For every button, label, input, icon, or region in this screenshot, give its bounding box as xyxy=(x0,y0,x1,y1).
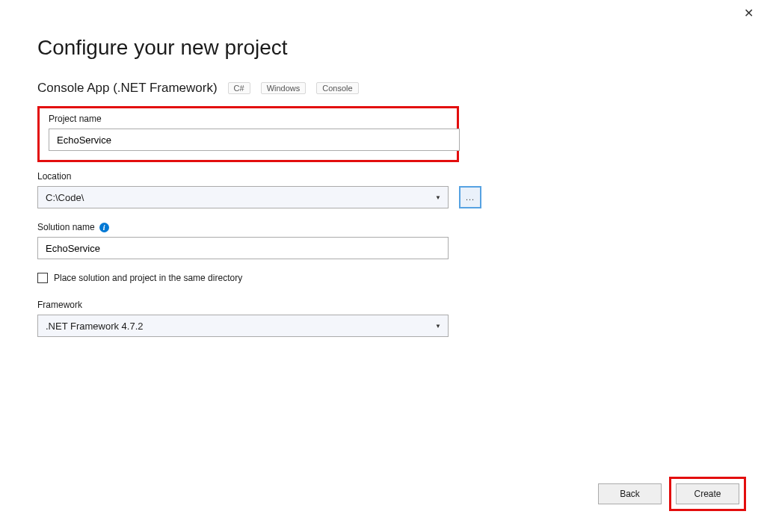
chevron-down-icon: ▼ xyxy=(435,194,446,201)
project-name-highlight: Project name xyxy=(37,106,459,162)
close-icon[interactable]: ✕ xyxy=(744,7,754,19)
create-highlight: Create xyxy=(669,477,746,511)
framework-value: .NET Framework 4.7.2 xyxy=(46,321,144,332)
same-directory-label: Place solution and project in the same d… xyxy=(54,273,242,283)
tag-app-type: Console xyxy=(316,82,358,94)
create-button[interactable]: Create xyxy=(676,483,739,504)
location-group: Location C:\Code\ ▼ ... xyxy=(37,171,730,208)
project-type: Console App (.NET Framework) xyxy=(37,81,218,96)
framework-dropdown[interactable]: .NET Framework 4.7.2 ▼ xyxy=(37,315,449,337)
chevron-down-icon: ▼ xyxy=(435,323,446,330)
solution-name-input[interactable] xyxy=(37,237,449,259)
project-name-input[interactable] xyxy=(49,129,460,151)
solution-name-group: Solution name i xyxy=(37,222,730,259)
tag-language: C# xyxy=(228,82,250,94)
back-button[interactable]: Back xyxy=(598,483,662,504)
same-directory-checkbox[interactable] xyxy=(37,273,48,283)
framework-group: Framework .NET Framework 4.7.2 ▼ xyxy=(37,300,730,337)
project-name-label: Project name xyxy=(49,114,448,124)
dialog-content: Configure your new project Console App (… xyxy=(0,0,767,337)
location-dropdown[interactable]: C:\Code\ ▼ xyxy=(37,186,449,208)
browse-button[interactable]: ... xyxy=(459,186,481,208)
location-label: Location xyxy=(37,171,730,182)
solution-name-label-text: Solution name xyxy=(37,222,95,232)
solution-name-label: Solution name i xyxy=(37,222,730,232)
footer-buttons: Back Create xyxy=(598,477,746,511)
same-directory-row[interactable]: Place solution and project in the same d… xyxy=(37,273,730,283)
info-icon[interactable]: i xyxy=(99,223,109,232)
location-value: C:\Code\ xyxy=(46,192,84,203)
page-title: Configure your new project xyxy=(37,36,730,60)
project-type-row: Console App (.NET Framework) C# Windows … xyxy=(37,81,730,96)
tag-platform: Windows xyxy=(261,82,307,94)
framework-label: Framework xyxy=(37,300,730,310)
